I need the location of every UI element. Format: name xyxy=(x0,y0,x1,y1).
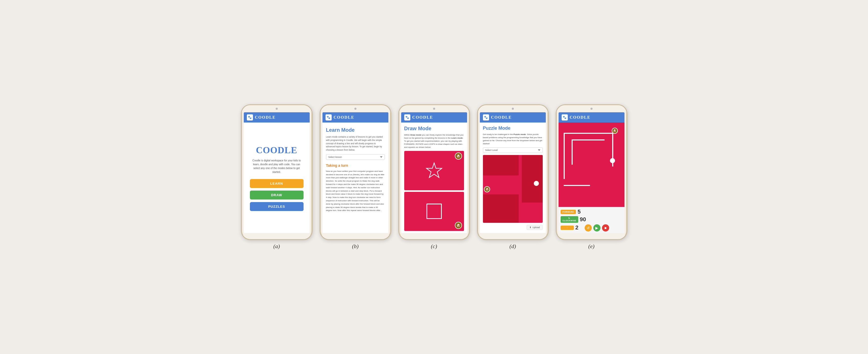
clockwise-value: 90 xyxy=(580,216,587,223)
phone-b-screen: 🐾 COODLE Learn Mode Learn mode contains … xyxy=(322,112,389,233)
square-outline xyxy=(427,204,442,219)
puzzle-goal-e xyxy=(610,158,615,163)
coodle-logo-a: 🐾 xyxy=(247,114,253,120)
figure-a-wrapper: 🐾 COODLE COODLE Coodle is digital worksp… xyxy=(241,105,312,249)
lesson-select[interactable]: Select lesson xyxy=(326,154,385,160)
screen-c-content: Draw Mode Within Draw mode you can freel… xyxy=(401,122,467,233)
dog-avatar-star: 🐶 xyxy=(455,152,462,159)
app-title-e: COODLE xyxy=(570,115,590,120)
screen-a-buttons: LEARN DRAW PUZZLES xyxy=(250,179,304,211)
puzzle-play-controls: FORWARD 5 ↻ CLOCKWISE 90 ↑ 2 xyxy=(559,207,624,233)
draw-canvases: 🐶 🐶 xyxy=(404,151,464,231)
puzzle-mode-title: Puzzle Mode xyxy=(483,126,543,131)
maze-line-bottom-left xyxy=(564,185,590,186)
screen-b-content: Learn Mode Learn mode contains a variety… xyxy=(322,122,389,233)
up-value: 2 xyxy=(576,224,583,231)
app-title-c: COODLE xyxy=(412,115,433,120)
learn-section-title: Taking a turn xyxy=(326,163,385,168)
phone-c-bottom xyxy=(399,235,469,239)
puzzle-canvas-d: 🐶 xyxy=(483,155,543,223)
puzzle-dog-e: 🐶 xyxy=(612,128,618,134)
phone-d-top-bar xyxy=(478,105,548,112)
figure-e-wrapper: 🐾 COODLE xyxy=(556,105,627,249)
figures-container: 🐾 COODLE COODLE Coodle is digital worksp… xyxy=(241,105,627,249)
maze-block-2 xyxy=(483,155,519,175)
coodle-logo-c: 🐾 xyxy=(404,114,410,120)
app-title-b: COODLE xyxy=(334,115,354,120)
screen-a-big-title: COODLE xyxy=(256,145,297,155)
phone-d-camera xyxy=(512,108,514,110)
phone-a: 🐾 COODLE COODLE Coodle is digital worksp… xyxy=(241,105,312,240)
dog-avatar-square: 🐶 xyxy=(455,222,462,229)
phone-e-bottom xyxy=(557,235,626,239)
coodle-logo-e: 🐾 xyxy=(562,114,568,120)
screen-d-content: Puzzle Mode Get ready to be challenged i… xyxy=(480,122,546,233)
maze-line-inner-h xyxy=(571,139,604,141)
phone-b-header: 🐾 COODLE xyxy=(322,112,389,122)
phone-c-camera xyxy=(433,108,435,110)
upload-button[interactable]: ⬆ Upload xyxy=(527,225,543,230)
svg-marker-0 xyxy=(427,163,442,178)
draw-button[interactable]: DRAW xyxy=(250,190,304,200)
stop-button[interactable]: ■ xyxy=(602,224,609,232)
coodle-logo-b: 🐾 xyxy=(326,114,332,120)
screen-e-content: 🐶 FORWARD 5 ↻ CLOCKWISE xyxy=(559,122,624,233)
screen-a-content: COODLE Coodle is digital workspace for y… xyxy=(244,122,310,233)
figure-b-wrapper: 🐾 COODLE Learn Mode Learn mode contains … xyxy=(320,105,391,249)
screen-a-subtitle: Coodle is digital workspace for your kid… xyxy=(250,158,304,174)
clockwise-block[interactable]: ↻ CLOCKWISE xyxy=(561,216,578,223)
clockwise-icon: ↻ xyxy=(563,217,576,219)
square-canvas: 🐶 xyxy=(404,192,464,231)
phone-a-bottom xyxy=(242,235,312,239)
reset-button[interactable]: ↺ xyxy=(585,224,592,232)
phone-c-screen: 🐾 COODLE Draw Mode Within Draw mode you … xyxy=(401,112,467,233)
learn-body-text: Now as you have written your first compu… xyxy=(326,170,385,212)
figure-a-label: (a) xyxy=(273,243,280,249)
figure-e-label: (e) xyxy=(588,243,594,249)
forward-block[interactable]: FORWARD xyxy=(561,210,576,214)
phone-d: 🐾 COODLE Puzzle Mode Get ready to be cha… xyxy=(477,105,549,240)
phone-d-header: 🐾 COODLE xyxy=(480,112,546,122)
coodle-logo-d: 🐾 xyxy=(483,114,489,120)
puzzles-button[interactable]: PUZZLES xyxy=(250,202,304,211)
phone-b-camera xyxy=(354,108,356,110)
phone-e: 🐾 COODLE xyxy=(556,105,627,240)
phone-d-bottom xyxy=(478,235,548,239)
phone-a-screen: 🐾 COODLE COODLE Coodle is digital worksp… xyxy=(244,112,310,233)
figure-d-wrapper: 🐾 COODLE Puzzle Mode Get ready to be cha… xyxy=(477,105,549,249)
figure-d-label: (d) xyxy=(509,243,516,249)
phone-a-header: 🐾 COODLE xyxy=(244,112,310,122)
phone-e-top-bar xyxy=(557,105,626,112)
upload-icon: ⬆ xyxy=(529,226,531,229)
phone-e-header: 🐾 COODLE xyxy=(559,112,624,122)
learn-mode-description: Learn mode contains a variety of lessons… xyxy=(326,135,385,152)
draw-mode-title: Draw Mode xyxy=(404,126,464,131)
learn-button[interactable]: LEARN xyxy=(250,179,304,188)
up-block[interactable]: ↑ xyxy=(561,226,574,230)
app-title-d: COODLE xyxy=(491,115,512,120)
figure-c-label: (c) xyxy=(431,243,437,249)
phone-c: 🐾 COODLE Draw Mode Within Draw mode you … xyxy=(398,105,470,240)
phone-c-header: 🐾 COODLE xyxy=(401,112,467,122)
puzzle-mode-description: Get ready to be challenged in the Puzzle… xyxy=(483,133,543,145)
draw-mode-description: Within Draw mode you can freely explore … xyxy=(404,134,464,149)
figure-c-wrapper: 🐾 COODLE Draw Mode Within Draw mode you … xyxy=(398,105,470,249)
forward-control-row: FORWARD 5 xyxy=(561,208,622,215)
phone-e-screen: 🐾 COODLE xyxy=(559,112,624,233)
clockwise-control-row: ↻ CLOCKWISE 90 xyxy=(561,216,622,223)
puzzle-dog-d: 🐶 xyxy=(484,186,490,193)
app-title-a: COODLE xyxy=(255,115,276,120)
level-select[interactable]: Select Level xyxy=(483,147,543,153)
play-button[interactable]: ▶ xyxy=(593,224,600,232)
maze-line-left xyxy=(564,133,565,179)
maze-block-3 xyxy=(522,155,543,203)
phone-b-bottom xyxy=(320,235,391,239)
maze-block-1 xyxy=(483,195,519,223)
puzzle-play-area: 🐶 xyxy=(559,122,624,207)
phone-d-screen: 🐾 COODLE Puzzle Mode Get ready to be cha… xyxy=(480,112,546,233)
star-svg xyxy=(425,161,443,180)
phone-c-top-bar xyxy=(399,105,469,112)
learn-mode-title: Learn Mode xyxy=(326,126,385,134)
phone-b: 🐾 COODLE Learn Mode Learn mode contains … xyxy=(320,105,391,240)
phone-e-camera xyxy=(590,108,593,110)
